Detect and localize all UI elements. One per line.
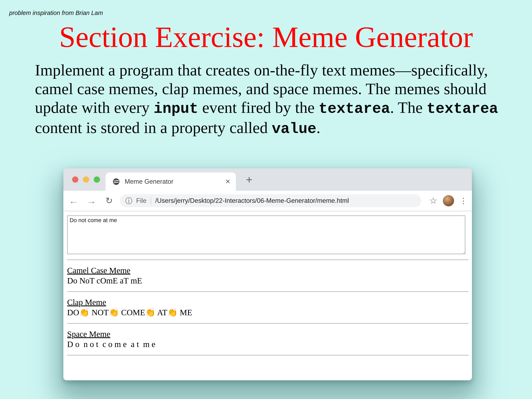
forward-button[interactable]: → [87, 196, 96, 206]
back-button[interactable]: ← [69, 196, 78, 206]
url-text: /Users/jerry/Desktop/22-Interactors/06-M… [155, 197, 416, 204]
zoom-window-button[interactable] [94, 177, 100, 183]
space-meme-heading: Space Meme [67, 329, 469, 339]
scheme-label: File [136, 197, 146, 204]
space-meme-output: D o n o t c o m e a t m e [67, 339, 469, 349]
clap-meme-output: DO👏 NOT👏 COME👏 AT👏 ME [67, 307, 469, 318]
divider [67, 260, 469, 260]
page-title: Section Exercise: Meme Generator [0, 22, 532, 53]
tab-close-icon[interactable]: ✕ [225, 178, 230, 185]
divider [67, 355, 469, 355]
globe-favicon-icon [113, 178, 120, 185]
tab-meme-generator[interactable]: Meme Generator ✕ [106, 172, 236, 191]
intro-paragraph: Implement a program that creates on-the-… [35, 61, 513, 138]
clap-meme-heading: Clap Meme [67, 297, 469, 307]
close-window-button[interactable] [72, 177, 78, 183]
credit-note: problem inspiration from Brian Lam [9, 10, 103, 16]
tab-title: Meme Generator [125, 178, 225, 185]
traffic-lights [72, 177, 100, 183]
browser-toolbar: ← → ↻ ⓘ File /Users/jerry/Desktop/22-Int… [63, 191, 472, 211]
web-page-content: Do not come at me Camel Case Meme Do NoT… [63, 211, 472, 380]
camel-case-meme-heading: Camel Case Meme [67, 266, 469, 276]
info-icon[interactable]: ⓘ [125, 197, 132, 204]
divider [67, 291, 469, 292]
address-bar[interactable]: ⓘ File /Users/jerry/Desktop/22-Interacto… [120, 194, 421, 207]
profile-avatar[interactable] [443, 195, 454, 206]
divider [67, 323, 469, 324]
slide: problem inspiration from Brian Lam Secti… [0, 0, 532, 399]
menu-kebab-icon[interactable]: ⋮ [459, 197, 466, 205]
browser-window: Meme Generator ✕ + ← → ↻ ⓘ File /Users/j… [63, 168, 472, 380]
bookmark-star-icon[interactable]: ☆ [429, 196, 438, 205]
new-tab-button[interactable]: + [243, 173, 255, 186]
reload-button[interactable]: ↻ [105, 196, 114, 205]
minimize-window-button[interactable] [83, 177, 89, 183]
camel-case-meme-output: Do NoT cOmE aT mE [67, 276, 469, 286]
tab-strip: Meme Generator ✕ + [63, 168, 472, 191]
address-divider [151, 197, 151, 204]
meme-textarea[interactable]: Do not come at me [67, 215, 465, 254]
